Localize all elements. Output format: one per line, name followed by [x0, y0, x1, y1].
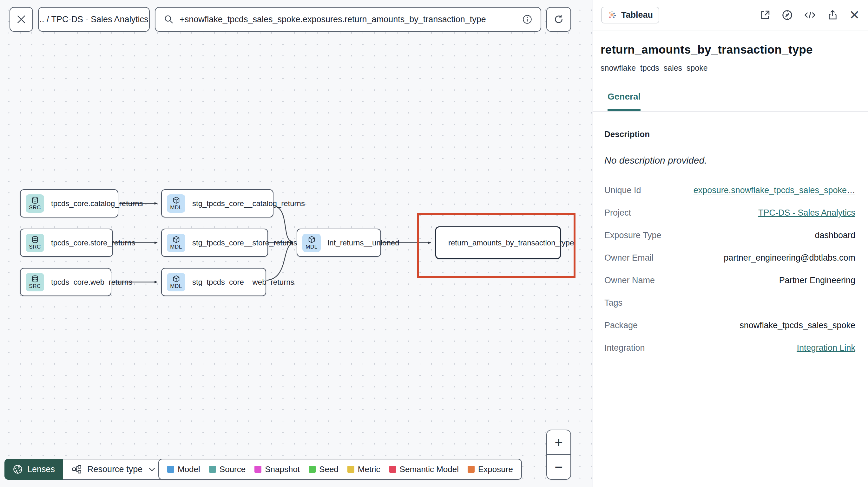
zoom-in-button[interactable]: +	[547, 430, 570, 455]
search-icon	[164, 14, 174, 24]
node-model-int-returns-unioned[interactable]: MDL int_returns__unioned	[297, 229, 381, 257]
node-model-stg-catalog-returns[interactable]: MDL stg_tpcds_core__catalog_returns	[161, 189, 274, 218]
field-exposure-type: Exposure Type dashboard	[604, 230, 855, 253]
compass-icon	[781, 9, 793, 21]
integration-link[interactable]: Integration Link	[797, 343, 855, 353]
package-value: snowflake_tpcds_sales_spoke	[740, 321, 855, 330]
model-badge: MDL	[167, 234, 185, 252]
node-label: tpcds_core.store_returns	[51, 238, 135, 247]
field-package: Package snowflake_tpcds_sales_spoke	[604, 321, 855, 343]
lineage-canvas[interactable]: .. / TPC-DS - Sales Analytics SRC tpcds_…	[0, 0, 593, 487]
close-lineage-button[interactable]	[9, 7, 33, 32]
tableau-badge: Tableau	[601, 7, 659, 24]
database-icon	[31, 235, 39, 244]
tab-general[interactable]: General	[608, 92, 641, 111]
exposure-swatch	[468, 466, 475, 473]
panel-title-block: return_amounts_by_transaction_type snowf…	[593, 30, 868, 73]
node-label: stg_tpcds_core__catalog_returns	[192, 199, 305, 208]
node-source-catalog-returns[interactable]: SRC tpcds_core.catalog_returns	[20, 189, 118, 218]
snapshot-swatch	[254, 466, 261, 473]
share-icon	[827, 9, 838, 21]
zoom-out-button[interactable]: −	[547, 455, 570, 479]
unique-id-link[interactable]: exposure.snowflake_tpcds_sales_spoke…	[693, 186, 855, 195]
refresh-lineage-button[interactable]	[546, 7, 571, 32]
legend-item-source: Source	[209, 464, 246, 474]
resource-type-label: Resource type	[87, 464, 143, 474]
description-heading: Description	[604, 129, 855, 139]
lenses-label: Lenses	[27, 464, 55, 474]
legend-item-exposure: Exposure	[468, 464, 513, 474]
node-label: return_amounts_by_transaction_type	[448, 238, 574, 247]
metric-swatch	[347, 466, 354, 473]
node-model-stg-store-returns[interactable]: MDL stg_tpcds_core__store_returns	[161, 229, 268, 257]
seed-swatch	[309, 466, 316, 473]
breadcrumb-label: .. / TPC-DS - Sales Analytics	[39, 14, 148, 24]
node-exposure-return-amounts[interactable]: return_amounts_by_transaction_type	[435, 226, 561, 259]
legend-item-snapshot: Snapshot	[254, 464, 300, 474]
details-panel-header: Tableau ✕	[593, 0, 868, 30]
close-icon	[16, 14, 27, 25]
aperture-icon	[13, 464, 23, 474]
zoom-controls: + −	[546, 430, 571, 480]
field-tags: Tags	[604, 298, 855, 321]
model-badge: MDL	[302, 234, 321, 252]
chevron-down-icon	[148, 465, 156, 474]
node-model-stg-web-returns[interactable]: MDL stg_tpcds_core__web_returns	[161, 268, 266, 296]
legend: Model Source Snapshot Seed Metric Semant…	[158, 459, 522, 480]
explore-button[interactable]	[781, 9, 793, 21]
share-button[interactable]	[827, 9, 838, 21]
legend-item-semantic-model: Semantic Model	[389, 464, 459, 474]
node-source-store-returns[interactable]: SRC tpcds_core.store_returns	[20, 229, 113, 257]
lenses-control-group: Lenses Resource type	[4, 459, 165, 480]
close-panel-button[interactable]: ✕	[849, 8, 860, 21]
breadcrumb[interactable]: .. / TPC-DS - Sales Analytics	[38, 7, 150, 32]
semantic-model-swatch	[389, 466, 396, 473]
field-integration: Integration Integration Link	[604, 343, 855, 365]
panel-tabs: General	[593, 92, 868, 111]
project-link[interactable]: TPC-DS - Sales Analytics	[758, 208, 855, 218]
source-badge: SRC	[26, 273, 44, 291]
tableau-icon	[608, 10, 617, 20]
lineage-search-bar[interactable]	[155, 7, 541, 32]
node-label: stg_tpcds_core__web_returns	[192, 278, 294, 287]
database-icon	[31, 196, 39, 204]
external-link-icon	[759, 9, 771, 21]
model-swatch	[167, 466, 174, 473]
page-title: return_amounts_by_transaction_type	[600, 43, 860, 57]
panel-action-icons: ✕	[759, 8, 860, 21]
view-code-button[interactable]	[804, 9, 816, 21]
info-icon[interactable]	[522, 14, 532, 24]
source-badge: SRC	[26, 234, 44, 252]
field-owner-name: Owner Name Partner Engineering	[604, 275, 855, 298]
resource-type-icon	[71, 464, 82, 475]
legend-item-model: Model	[167, 464, 200, 474]
resource-type-dropdown[interactable]: Resource type	[63, 459, 165, 480]
cube-icon	[172, 275, 180, 283]
refresh-icon	[553, 13, 564, 25]
node-label: int_returns__unioned	[328, 238, 399, 247]
cube-icon	[172, 196, 180, 204]
legend-item-seed: Seed	[309, 464, 339, 474]
cube-icon	[172, 235, 180, 244]
open-external-button[interactable]	[759, 9, 771, 21]
field-owner-email: Owner Email partner_engineering@dbtlabs.…	[604, 253, 855, 275]
source-badge: SRC	[26, 194, 44, 213]
node-source-web-returns[interactable]: SRC tpcds_core.web_returns	[20, 268, 111, 296]
source-swatch	[209, 466, 216, 473]
code-icon	[804, 9, 816, 21]
legend-item-metric: Metric	[347, 464, 380, 474]
owner-name-value: Partner Engineering	[779, 275, 855, 285]
panel-body: Description No description provided. Uni…	[593, 111, 868, 365]
node-label: tpcds_core.catalog_returns	[51, 199, 143, 208]
field-project: Project TPC-DS - Sales Analytics	[604, 208, 855, 230]
details-field-list: Unique Id exposure.snowflake_tpcds_sales…	[604, 186, 855, 365]
package-subtitle: snowflake_tpcds_sales_spoke	[600, 63, 860, 73]
model-badge: MDL	[167, 194, 185, 213]
node-label: tpcds_core.web_returns	[51, 278, 132, 287]
exposure-type-value: dashboard	[815, 230, 855, 240]
search-input[interactable]	[180, 14, 517, 24]
tableau-badge-label: Tableau	[621, 10, 653, 20]
details-panel: Tableau ✕ return_amounts_by_transaction_…	[593, 0, 868, 487]
lenses-button[interactable]: Lenses	[4, 459, 63, 480]
cube-icon	[308, 235, 316, 244]
